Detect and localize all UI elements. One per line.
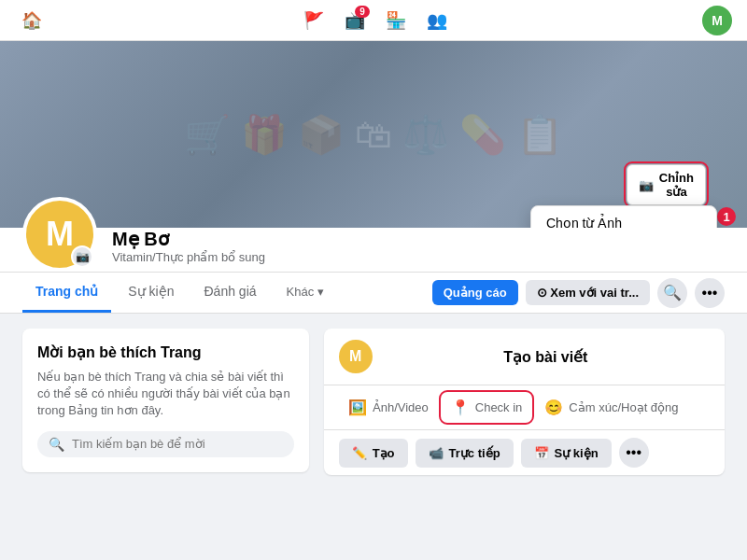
nav-center: 🚩 📺 9 🏪 👥 [297, 4, 454, 37]
invite-search-wrap: 🔍 [37, 431, 294, 457]
home-icon[interactable]: 🏠 [15, 4, 49, 37]
footer-more-btn[interactable]: ••• [619, 438, 649, 468]
quangcao-button[interactable]: Quảng cáo [432, 280, 518, 305]
main-content: Mời bạn bè thích Trang Nếu bạn bè thích … [0, 314, 747, 498]
dropdown-item-anh[interactable]: Chọn từ Ảnh [531, 206, 716, 228]
photo-icon: 🖼️ [348, 399, 367, 416]
profile-name: Mẹ Bơ [112, 228, 265, 250]
profile-sub: Vitamin/Thực phẩm bổ sung [112, 250, 265, 264]
tabs-actions: Quảng cáo ⊙ Xem với vai tr... 🔍 ••• [432, 278, 725, 308]
nav-left: 🏠 [15, 4, 49, 37]
shop-icon[interactable]: 🏪 [379, 4, 413, 37]
top-nav: 🏠 🚩 📺 9 🏪 👥 M [0, 0, 747, 41]
profile-section: M 📷 Mẹ Bơ Vitamin/Thực phẩm bổ sung [0, 228, 747, 273]
edit-cover-dropdown: Chọn từ Ảnh Chọn từ Video Tạo bản trình … [530, 205, 717, 228]
action-emotion[interactable]: 😊 Cảm xúc/Hoạt động [535, 393, 687, 422]
invite-title: Mời bạn bè thích Trang [37, 343, 294, 361]
emotion-icon: 😊 [544, 399, 563, 416]
video-icon[interactable]: 📺 9 [338, 4, 372, 37]
nav-right: M [702, 6, 732, 35]
checkin-icon: 📍 [451, 399, 470, 416]
more-tab-button[interactable]: ••• [695, 278, 725, 308]
user-avatar[interactable]: M [702, 6, 732, 35]
tab-khac[interactable]: Khác ▾ [274, 273, 337, 313]
action-photo-video[interactable]: 🖼️ Ảnh/Video [339, 393, 438, 422]
step1-badge: 1 [717, 207, 736, 226]
profile-info: Mẹ Bơ Vitamin/Thực phẩm bổ sung [112, 228, 265, 272]
left-col: Mời bạn bè thích Trang Nếu bạn bè thích … [22, 329, 309, 483]
composer-actions: 🖼️ Ảnh/Video 📍 Check in 😊 Cảm xúc/Hoạt đ… [324, 385, 725, 430]
footer-live-btn[interactable]: 📹 Trực tiếp [416, 439, 514, 468]
footer-create-btn[interactable]: ✏️ Tạo [339, 439, 408, 468]
tab-trang-chu[interactable]: Trang chủ [22, 273, 111, 313]
invite-card: Mời bạn bè thích Trang Nếu bạn bè thích … [22, 329, 309, 472]
action-checkin[interactable]: 📍 Check in [442, 393, 532, 422]
profile-avatar-wrap: M 📷 [22, 197, 97, 272]
composer-avatar: M [339, 340, 373, 373]
camera-icon: 📷 [639, 178, 654, 192]
search-icon: 🔍 [49, 437, 64, 452]
video-badge: 9 [355, 6, 370, 18]
tab-su-kien[interactable]: Sự kiện [115, 273, 187, 313]
flag-icon[interactable]: 🚩 [297, 4, 331, 37]
composer-footer: ✏️ Tạo 📹 Trực tiếp 📅 Sự kiện ••• [324, 430, 725, 475]
invite-text: Nếu bạn bè thích Trang và chia sẻ bài vi… [37, 369, 294, 420]
tabs-bar: Trang chủ Sự kiện Đánh giá Khác ▾ Quảng … [0, 273, 747, 314]
footer-event-btn[interactable]: 📅 Sự kiện [521, 439, 612, 468]
create-icon: ✏️ [352, 446, 367, 460]
composer-title: Tạo bài viết [503, 348, 587, 366]
cover-area: 🛒 🎁 📦 🛍 ⚖️ 💊 📋 📷 Chỉnh sửa 1 Chọn từ Ảnh… [0, 41, 747, 228]
invite-search-input[interactable] [72, 437, 283, 451]
profile-camera-icon[interactable]: 📷 [71, 245, 93, 268]
composer-header: M Tạo bài viết [324, 329, 725, 385]
post-composer: M Tạo bài viết 🖼️ Ảnh/Video 📍 Check in 😊… [324, 329, 725, 475]
search-tab-button[interactable]: 🔍 [657, 278, 687, 308]
tab-danh-gia[interactable]: Đánh giá [190, 273, 269, 313]
edit-cover-button[interactable]: 📷 Chỉnh sửa [627, 164, 706, 205]
xemvoi-button[interactable]: ⊙ Xem với vai tr... [526, 280, 650, 305]
right-col: M Tạo bài viết 🖼️ Ảnh/Video 📍 Check in 😊… [324, 329, 725, 483]
event-icon: 📅 [534, 446, 549, 460]
groups-icon[interactable]: 👥 [420, 4, 454, 37]
live-icon: 📹 [429, 446, 444, 460]
